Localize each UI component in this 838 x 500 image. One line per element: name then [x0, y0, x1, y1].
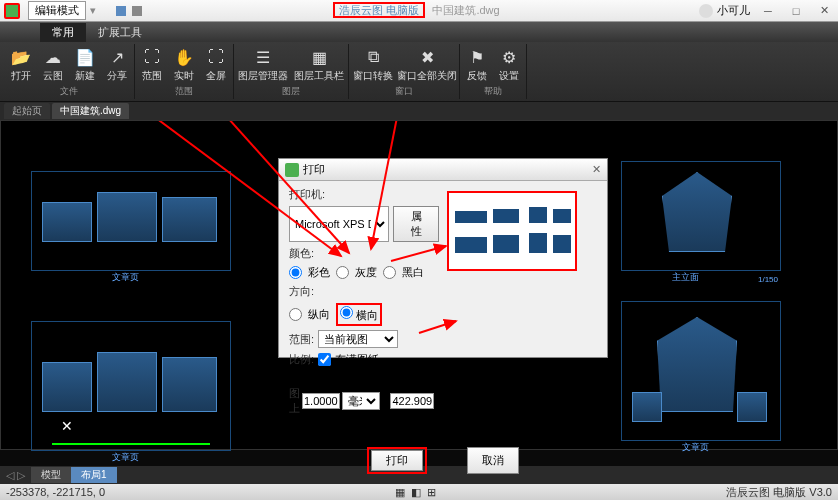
group-label: 窗口 — [395, 84, 413, 99]
settings-button[interactable]: ⚙设置 — [494, 45, 524, 83]
switch-icon: ⧉ — [361, 45, 385, 69]
realtime-button[interactable]: ✋实时 — [169, 45, 199, 83]
dialog-icon — [285, 163, 299, 177]
hand-icon: ✋ — [172, 45, 196, 69]
extent-icon: ⛶ — [140, 45, 164, 69]
range-select[interactable]: 当前视图 — [318, 330, 398, 348]
document-tabs: 起始页 中国建筑.dwg — [0, 102, 838, 120]
ucs-icon: ✕ — [61, 418, 73, 434]
closeall-icon: ✖ — [415, 45, 439, 69]
model-tab[interactable]: 模型 — [31, 467, 71, 483]
status-icon[interactable]: ⊞ — [427, 486, 436, 499]
group-label: 帮助 — [484, 84, 502, 99]
tab-extend[interactable]: 扩展工具 — [86, 23, 154, 42]
new-button[interactable]: 📄新建 — [70, 45, 100, 83]
status-icon[interactable]: ◧ — [411, 486, 421, 499]
username[interactable]: 小可儿 — [717, 3, 750, 18]
landscape-radio[interactable] — [340, 306, 353, 319]
layers-icon: ☰ — [251, 45, 275, 69]
status-icon[interactable]: ▦ — [395, 486, 405, 499]
color-label: 颜色: — [289, 247, 314, 259]
printer-select[interactable]: Microsoft XPS Document Writer — [289, 206, 389, 242]
maximize-button[interactable]: □ — [786, 4, 806, 18]
cloud-button[interactable]: ☁云图 — [38, 45, 68, 83]
scale-label: 比例: — [289, 352, 314, 367]
dialog-title: 打印 — [303, 162, 325, 177]
fullscreen-icon: ⛶ — [204, 45, 228, 69]
close-button[interactable]: ✕ — [814, 4, 834, 18]
app-icon[interactable] — [4, 3, 20, 19]
share-button[interactable]: ↗分享 — [102, 45, 132, 83]
dialog-titlebar[interactable]: 打印 ✕ — [279, 159, 607, 181]
open-button[interactable]: 📂打开 — [6, 45, 36, 83]
cloud-icon: ☁ — [41, 45, 65, 69]
mode-dropdown[interactable]: 编辑模式 — [28, 1, 86, 20]
drawing-label: 主立面 — [672, 271, 699, 284]
drawing-label: 文章页 — [112, 451, 139, 464]
scale2-input[interactable] — [390, 393, 434, 409]
share-icon: ↗ — [105, 45, 129, 69]
layertool-icon: ▦ — [307, 45, 331, 69]
winswitch-button[interactable]: ⧉窗口转换 — [351, 45, 395, 83]
new-icon: 📄 — [73, 45, 97, 69]
printer-props-button[interactable]: 属性 — [393, 206, 439, 242]
wincloseall-button[interactable]: ✖窗口全部关闭 — [397, 45, 457, 83]
range-label: 范围: — [289, 332, 314, 347]
dropdown-arrow-icon[interactable]: ▾ — [90, 4, 96, 17]
feedback-button[interactable]: ⚑反馈 — [462, 45, 492, 83]
drawing-label: 文章页 — [682, 441, 709, 454]
layertool-button[interactable]: ▦图层工具栏 — [292, 45, 346, 83]
ribbon: 📂打开 ☁云图 📄新建 ↗分享 文件 ⛶范围 ✋实时 ⛶全屏 范围 ☰图层管理器… — [0, 42, 838, 102]
bw-radio[interactable] — [383, 266, 396, 279]
portrait-radio[interactable] — [289, 308, 302, 321]
titlebar: 编辑模式 ▾ 浩辰云图 电脑版 中国建筑.dwg 小可儿 ─ □ ✕ — [0, 0, 838, 22]
scale1-input[interactable] — [302, 393, 340, 409]
fullscreen-button[interactable]: ⛶全屏 — [201, 45, 231, 83]
group-label: 范围 — [175, 84, 193, 99]
drawing-view: 文章页 — [621, 301, 781, 441]
cancel-button[interactable]: 取消 — [467, 447, 519, 474]
qat-icon2[interactable] — [132, 6, 142, 16]
version: 浩辰云图 电脑版 V3.0 — [726, 485, 832, 500]
statusbar: -253378, -221715, 0 ▦ ◧ ⊞ 浩辰云图 电脑版 V3.0 — [0, 484, 838, 500]
coords: -253378, -221715, 0 — [6, 486, 105, 498]
tab-nav-icon[interactable]: ◁ ▷ — [0, 469, 31, 482]
start-tab[interactable]: 起始页 — [4, 103, 50, 119]
gray-radio[interactable] — [336, 266, 349, 279]
printer-label: 打印机: — [289, 188, 325, 200]
drawing-view: 文章页 — [31, 171, 231, 271]
group-label: 图层 — [282, 84, 300, 99]
drawing-scale: 1/150 — [758, 275, 778, 284]
folder-icon: 📂 — [9, 45, 33, 69]
feedback-icon: ⚑ — [465, 45, 489, 69]
print-dialog: 打印 ✕ 打印机: Microsoft XPS Document Writer … — [278, 158, 608, 358]
range-button[interactable]: ⛶范围 — [137, 45, 167, 83]
window-title: 浩辰云图 电脑版 中国建筑.dwg — [142, 3, 695, 18]
print-preview — [447, 191, 577, 271]
minimize-button[interactable]: ─ — [758, 4, 778, 18]
user-avatar-icon[interactable] — [699, 4, 713, 18]
ribbon-tabs: 常用 扩展工具 — [0, 22, 838, 42]
gear-icon: ⚙ — [497, 45, 521, 69]
drawing-view: 主立面 1/150 — [621, 161, 781, 271]
unit-select[interactable]: 毫米 — [342, 392, 380, 410]
group-label: 文件 — [60, 84, 78, 99]
doc-tab[interactable]: 中国建筑.dwg — [52, 103, 129, 119]
tab-common[interactable]: 常用 — [40, 23, 86, 42]
fit-checkbox[interactable] — [318, 353, 331, 366]
orient-label: 方向: — [289, 285, 314, 297]
qat-icon[interactable] — [116, 6, 126, 16]
layout-tab[interactable]: 布局1 — [71, 467, 117, 483]
layermgr-button[interactable]: ☰图层管理器 — [236, 45, 290, 83]
print-button[interactable]: 打印 — [371, 450, 423, 471]
color-radio[interactable] — [289, 266, 302, 279]
dialog-close-button[interactable]: ✕ — [592, 163, 601, 176]
drawing-label: 文章页 — [112, 271, 139, 284]
